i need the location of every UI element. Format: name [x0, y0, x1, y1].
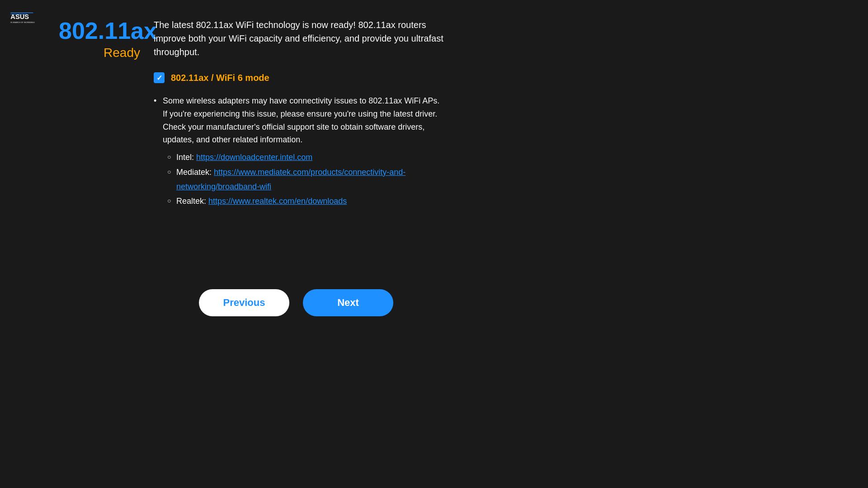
wifi6-checkbox-row[interactable]: ✓ 802.11ax / WiFi 6 mode [154, 72, 448, 83]
checkmark-icon: ✓ [156, 74, 162, 82]
status-badge: Ready [59, 46, 140, 60]
svg-text:ASUS: ASUS [10, 13, 29, 20]
mediatek-item: Mediatek: https://www.mediatek.com/produ… [167, 165, 448, 194]
asus-logo: ASUS IN SEARCH OF INCREDIBLE [9, 8, 45, 31]
left-panel: 802.11ax Ready [59, 18, 140, 60]
svg-text:IN SEARCH OF INCREDIBLE: IN SEARCH OF INCREDIBLE [10, 21, 35, 23]
intel-label: Intel: [176, 153, 196, 162]
realtek-label: Realtek: [176, 197, 208, 206]
previous-button[interactable]: Previous [199, 289, 289, 316]
wifi6-checkbox[interactable]: ✓ [154, 72, 165, 83]
sub-bullet-list: Intel: https://downloadcenter.intel.com … [167, 150, 448, 209]
realtek-link[interactable]: https://www.realtek.com/en/downloads [208, 197, 347, 206]
intel-item: Intel: https://downloadcenter.intel.com [167, 150, 448, 164]
wifi-standard-title: 802.11ax [59, 18, 140, 44]
intel-link[interactable]: https://downloadcenter.intel.com [196, 153, 312, 162]
mediatek-label: Mediatek: [176, 168, 214, 177]
main-bullet-item: Some wireless adapters may have connecti… [154, 94, 448, 209]
realtek-item: Realtek: https://www.realtek.com/en/down… [167, 194, 448, 208]
next-button[interactable]: Next [303, 289, 393, 316]
wifi6-checkbox-label: 802.11ax / WiFi 6 mode [171, 73, 269, 83]
button-row: Previous Next [199, 289, 393, 316]
logo-area: ASUS IN SEARCH OF INCREDIBLE [9, 8, 45, 33]
description-text: The latest 802.11ax WiFi technology is n… [154, 18, 448, 59]
right-panel: The latest 802.11ax WiFi technology is n… [154, 18, 448, 213]
main-bullet-list: Some wireless adapters may have connecti… [154, 94, 448, 209]
main-bullet-text: Some wireless adapters may have connecti… [163, 96, 439, 144]
